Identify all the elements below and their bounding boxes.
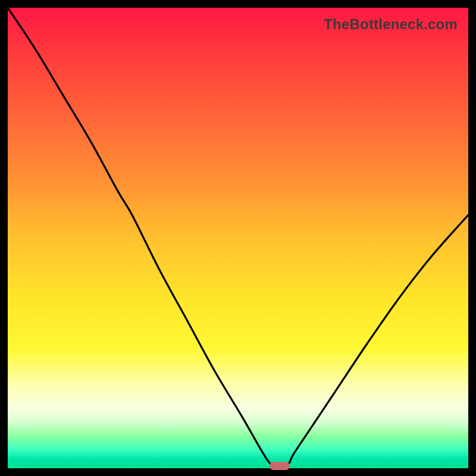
chart-frame: TheBottleneck.com bbox=[0, 0, 476, 476]
optimum-marker bbox=[270, 462, 290, 470]
plot-area: TheBottleneck.com bbox=[8, 8, 468, 468]
bottleneck-curve bbox=[8, 8, 468, 468]
